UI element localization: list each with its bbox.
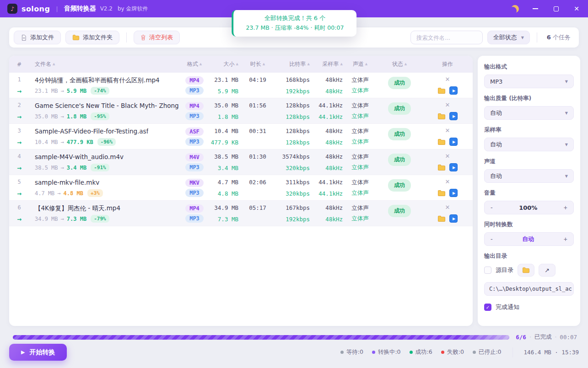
channels-select[interactable]: 自动 ▼ — [484, 169, 574, 183]
play-icon: ▶ — [453, 89, 455, 93]
compression-badge: -91% — [91, 164, 109, 171]
play-icon: ▶ — [453, 217, 455, 221]
size-out: 3.4 MB — [218, 165, 238, 171]
row-index: 5 — [17, 179, 21, 185]
size-in: 35.0 MB — [214, 102, 238, 109]
progress-fraction: 6/6 — [516, 334, 526, 341]
open-folder-button[interactable] — [437, 87, 446, 94]
header-samplerate[interactable]: 采样率▲ — [314, 60, 344, 68]
status-badge: 成功 — [388, 128, 411, 140]
app-name: solong — [22, 5, 50, 13]
header-filename[interactable]: 文件名▲ — [29, 60, 181, 68]
clear-list-label: 清空列表 — [149, 33, 173, 42]
table-row: 6 → 【4K修复】周杰伦 - 晴天.mp4 34.9 MB → 7.3 MB … — [9, 201, 473, 226]
browse-folder-button[interactable] — [518, 264, 534, 277]
play-button[interactable]: ▶ — [449, 163, 458, 171]
output-size-text: 7.3 MB — [67, 216, 86, 222]
chevron-down-icon: ▼ — [565, 174, 568, 178]
play-button[interactable]: ▶ — [449, 189, 458, 197]
output-format-select[interactable]: MP3 ▼ — [484, 75, 574, 88]
row-index: 1 — [17, 76, 21, 83]
chevron-down-icon: ▼ — [565, 80, 568, 84]
app-title: 音频转换器 — [64, 5, 96, 13]
add-file-button[interactable]: 添加文件 — [14, 31, 61, 44]
remove-file-button[interactable]: ✕ — [445, 76, 450, 82]
header-size[interactable]: 大小▲ — [208, 60, 241, 68]
samplerate-in: 48kHz — [325, 76, 343, 83]
header-format[interactable]: 格式▲ — [181, 60, 208, 68]
add-folder-button[interactable]: 添加文件夹 — [65, 31, 119, 44]
header-status[interactable]: 状态▲ — [377, 60, 422, 68]
notify-checkbox[interactable]: ✓ — [484, 304, 491, 311]
open-folder-button[interactable] — [437, 113, 446, 120]
search-input[interactable] — [410, 31, 483, 44]
concurrency-increase-button[interactable]: + — [564, 236, 567, 242]
header-duration[interactable]: 时长▲ — [241, 60, 274, 68]
table-row: 2 → Game Science's New Title - Black Myt… — [9, 98, 473, 124]
output-size-text: 3.4 MB — [67, 165, 86, 171]
channels-out: 立体声 — [351, 215, 369, 223]
header-index[interactable]: # — [9, 61, 29, 68]
concurrency-decrease-button[interactable]: - — [491, 236, 493, 242]
status-badge: 成功 — [388, 179, 411, 192]
source-dir-checkbox[interactable] — [484, 267, 491, 274]
duration: 01:30 — [249, 153, 266, 160]
remove-file-button[interactable]: ✕ — [445, 102, 450, 108]
bitrate-out: 320kbps — [286, 190, 310, 197]
volume-increase-button[interactable]: + — [564, 204, 567, 211]
format-in-badge: MP4 — [185, 76, 204, 85]
remove-file-button[interactable]: ✕ — [445, 179, 450, 185]
compression-badge: -95% — [91, 112, 109, 120]
play-button[interactable]: ▶ — [449, 214, 458, 223]
maximize-button[interactable] — [552, 5, 560, 13]
clear-list-button[interactable]: 清空列表 — [134, 31, 180, 44]
channels-in: 立体声 — [351, 128, 369, 135]
remove-file-button[interactable]: ✕ — [445, 204, 450, 210]
remove-file-button[interactable]: ✕ — [445, 153, 450, 159]
minimize-button[interactable] — [531, 5, 539, 13]
open-folder-button[interactable] — [437, 190, 446, 197]
channels-out: 立体声 — [351, 189, 369, 197]
concurrency-value: 自动 — [522, 235, 534, 243]
open-folder-button[interactable] — [437, 139, 446, 145]
open-output-dir-button[interactable]: ↗ — [539, 264, 556, 277]
duration: 00:31 — [249, 128, 266, 134]
sort-asc-icon: ▲ — [405, 62, 407, 66]
close-button[interactable]: ✕ — [572, 5, 581, 13]
format-in-badge: MKV — [185, 179, 204, 187]
converted-arrow-icon: → — [17, 88, 22, 95]
start-convert-button[interactable]: ▶ 开始转换 — [9, 344, 67, 361]
output-path-field[interactable]: C:\…\Desktop\output_sl_ac — [484, 282, 574, 296]
open-folder-button[interactable] — [437, 164, 446, 171]
output-size-text: 477.9 KB — [67, 139, 93, 145]
samplerate-in: 48kHz — [325, 153, 343, 160]
quality-label: 输出质量 (比特率) — [484, 95, 574, 102]
status-filter-dropdown[interactable]: 全部状态 ▼ — [487, 31, 530, 44]
samplerate-select[interactable]: 自动 ▼ — [484, 138, 574, 151]
row-index: 3 — [17, 128, 21, 134]
play-button[interactable]: ▶ — [449, 138, 458, 146]
remove-file-button[interactable]: ✕ — [445, 128, 450, 133]
duration: 05:17 — [249, 204, 266, 211]
theme-toggle-moon-icon[interactable] — [511, 5, 519, 13]
source-size-text: 4.7 MB — [35, 190, 54, 197]
status-dot-icon — [441, 351, 444, 354]
quality-select[interactable]: 自动 ▼ — [484, 106, 574, 120]
channels-out: 立体声 — [351, 164, 369, 171]
file-name: Game Science's New Title - Black Myth- Z… — [35, 102, 181, 109]
source-size-text: 10.4 MB — [35, 139, 58, 145]
channels-in: 立体声 — [351, 102, 369, 110]
channels-in: 立体声 — [351, 204, 369, 212]
progress-bar — [13, 335, 509, 340]
volume-decrease-button[interactable]: - — [491, 204, 493, 211]
table-row: 5 → sample-mkv-file.mkv 4.7 MB → 4.8 MB … — [9, 175, 473, 201]
size-out: 477.9 KB — [211, 139, 238, 146]
header-bitrate[interactable]: 比特率▲ — [274, 60, 314, 68]
play-button[interactable]: ▶ — [449, 112, 458, 120]
output-dir-label: 输出目录 — [484, 252, 574, 260]
open-folder-button[interactable] — [437, 215, 446, 222]
file-name: 4分钟搞懂，全画幅和半画幅有什么区别.mp4 — [35, 76, 160, 85]
play-button[interactable]: ▶ — [449, 86, 458, 95]
sort-asc-icon: ▲ — [340, 62, 343, 66]
header-channels[interactable]: 声道▲ — [344, 60, 377, 68]
